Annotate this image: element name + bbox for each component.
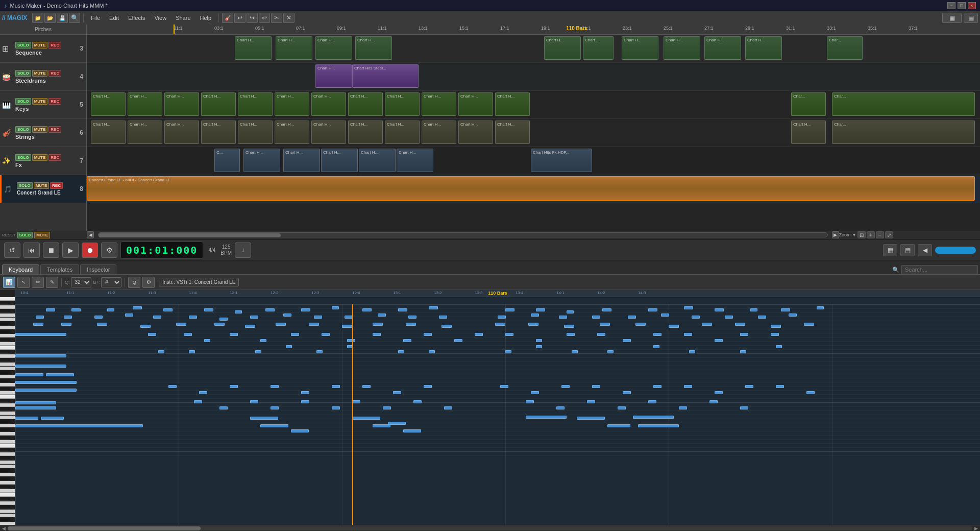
piano-black-key[interactable] <box>0 485 10 489</box>
piano-note[interactable] <box>684 306 693 309</box>
piano-note[interactable] <box>283 313 291 317</box>
settings-btn[interactable]: ⚙ <box>101 243 117 258</box>
piano-note[interactable] <box>505 308 514 311</box>
piano-note[interactable] <box>383 406 391 409</box>
piano-note[interactable] <box>260 424 288 427</box>
piano-note[interactable] <box>235 310 242 313</box>
piano-note[interactable] <box>758 316 766 319</box>
piano-note[interactable] <box>291 333 299 336</box>
clip-seq-1[interactable]: Chart H... <box>235 36 272 60</box>
piano-white-key[interactable] <box>0 461 15 464</box>
menu-edit[interactable]: Edit <box>105 14 123 22</box>
zoom-out-btn[interactable]: − <box>876 231 884 238</box>
piano-note[interactable] <box>352 417 380 420</box>
piano-note[interactable] <box>653 385 662 388</box>
toolbar-redo-btn[interactable]: ↪ <box>247 13 258 23</box>
piano-note[interactable] <box>429 306 438 309</box>
piano-black-key[interactable] <box>0 387 10 391</box>
clip-seq-3[interactable]: Chart H... <box>315 36 352 60</box>
piano-note[interactable] <box>301 400 309 403</box>
piano-note[interactable] <box>291 429 309 432</box>
piano-white-key[interactable] <box>0 354 15 358</box>
piano-note[interactable] <box>638 424 679 427</box>
pr-pencil-btn[interactable]: ✏ <box>32 277 44 288</box>
piano-note[interactable] <box>347 339 355 342</box>
piano-black-key[interactable] <box>0 428 10 431</box>
piano-note[interactable] <box>623 391 631 394</box>
piano-note[interactable] <box>286 345 292 348</box>
piano-white-key[interactable] <box>0 297 15 301</box>
steeldrums-mute-btn[interactable]: MUTE <box>32 70 48 77</box>
clip-strings-8[interactable]: Chart H... <box>348 120 383 144</box>
piano-note[interactable] <box>692 316 700 319</box>
pr-scroll-nav-right[interactable]: ▶ <box>974 526 978 531</box>
piano-note[interactable] <box>567 333 575 336</box>
piano-note[interactable] <box>41 417 64 420</box>
piano-note[interactable] <box>148 333 156 336</box>
piano-note[interactable] <box>623 339 631 342</box>
piano-roll-view-btn[interactable]: ▦ <box>883 244 897 256</box>
piano-note[interactable] <box>393 391 401 394</box>
track-row-fx[interactable]: C... Chart H... Chart H... Chart H... Ch… <box>87 147 980 175</box>
tracks-scroll[interactable]: Chart H... Chart H... Chart H... Chart H… <box>87 35 980 231</box>
toolbar-undo2-btn[interactable]: ↩ <box>259 13 270 23</box>
piano-note[interactable] <box>740 333 748 336</box>
fx-mute-btn[interactable]: MUTE <box>32 154 48 161</box>
clip-strings-1[interactable]: Chart H... <box>91 120 126 144</box>
piano-black-key[interactable] <box>0 350 10 354</box>
piano-note[interactable] <box>189 316 197 319</box>
piano-note[interactable] <box>398 308 407 311</box>
sequence-solo-btn[interactable]: SOLO <box>15 42 31 49</box>
piano-note[interactable] <box>618 406 626 409</box>
piano-white-key[interactable] <box>0 473 15 476</box>
piano-note[interactable] <box>771 333 779 336</box>
clip-strings-14[interactable]: Char... <box>832 120 975 144</box>
piano-black-key[interactable] <box>0 379 10 382</box>
clip-fx-6[interactable]: Chart H... <box>397 149 433 172</box>
clip-keys-13[interactable]: Char... <box>791 92 826 116</box>
clip-fx-5[interactable]: Chart H... <box>359 149 396 172</box>
piano-note[interactable] <box>158 350 164 353</box>
menu-file[interactable]: File <box>87 14 104 22</box>
piano-note[interactable] <box>189 350 195 353</box>
piano-black-key[interactable] <box>0 448 10 452</box>
clip-strings-9[interactable]: Chart H... <box>385 120 420 144</box>
piano-note[interactable] <box>15 389 77 392</box>
piano-note[interactable] <box>204 339 210 342</box>
record-btn[interactable]: ⏺ <box>82 243 98 258</box>
piano-note[interactable] <box>184 333 192 336</box>
piano-note[interactable] <box>715 308 724 311</box>
clip-strings-3[interactable]: Chart H... <box>164 120 199 144</box>
piano-note[interactable] <box>94 316 103 319</box>
piano-note[interactable] <box>15 417 38 420</box>
piano-note[interactable] <box>600 323 610 326</box>
piano-note[interactable] <box>702 323 712 326</box>
piano-note[interactable] <box>653 345 659 348</box>
piano-note[interactable] <box>740 406 748 409</box>
piano-note[interactable] <box>373 333 381 336</box>
piano-note[interactable] <box>715 391 723 394</box>
piano-white-key[interactable] <box>0 363 15 366</box>
piano-note[interactable] <box>750 308 757 311</box>
clip-fx-7[interactable]: Chart Hits Fx.HDP... <box>531 149 592 172</box>
piano-note[interactable] <box>559 316 567 319</box>
clip-seq-6[interactable]: Chart ... <box>583 36 614 60</box>
piano-note[interactable] <box>322 333 330 336</box>
keys-mute-btn[interactable]: MUTE <box>32 98 48 105</box>
track-row-strings[interactable]: Chart H... Chart H... Chart H... Chart H… <box>87 119 980 147</box>
piano-black-key[interactable] <box>0 309 10 313</box>
piano-note[interactable] <box>219 318 228 321</box>
toolbar-instrument-btn[interactable]: 🎸 <box>222 13 233 23</box>
piano-black-key[interactable] <box>0 505 10 509</box>
piano-note[interactable] <box>219 406 228 409</box>
piano-note[interactable] <box>309 323 319 326</box>
piano-white-key[interactable] <box>0 432 15 436</box>
clip-seq-10[interactable]: Chart H... <box>745 36 782 60</box>
menu-effects[interactable]: Effects <box>124 14 149 22</box>
piano-note[interactable] <box>442 325 452 328</box>
piano-note[interactable] <box>398 350 404 353</box>
clip-strings-13[interactable]: Chart H... <box>791 120 826 144</box>
tab-keyboard[interactable]: Keyboard <box>2 264 39 274</box>
zoom-in-btn[interactable]: + <box>867 231 875 238</box>
piano-note[interactable] <box>526 416 567 419</box>
